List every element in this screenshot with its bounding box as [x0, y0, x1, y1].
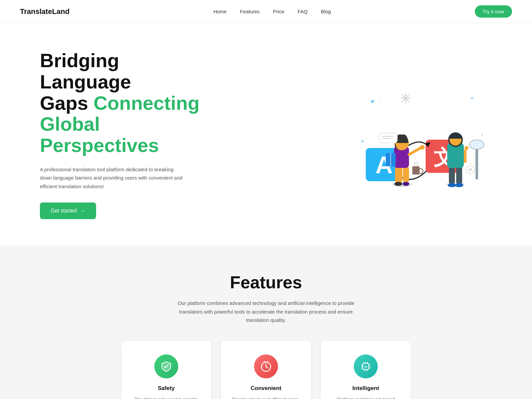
convenient-icon-wrap	[254, 354, 278, 378]
svg-point-9	[404, 97, 407, 99]
svg-point-19	[469, 168, 472, 171]
nav-link-price[interactable]: Price	[273, 9, 284, 14]
feature-card-safety: Safety The data is only used to provide …	[121, 341, 211, 399]
safety-icon-wrap	[154, 354, 178, 378]
nav-item-blog[interactable]: Blog	[321, 9, 331, 15]
intelligent-card-desc: Platform combines advanced technology an…	[330, 396, 401, 399]
svg-rect-32	[403, 166, 409, 183]
nav-item-faq[interactable]: FAQ	[298, 9, 308, 15]
features-section: Features Our platform combines advanced …	[0, 246, 532, 399]
nav-link-blog[interactable]: Blog	[321, 9, 331, 14]
features-title: Features	[20, 272, 512, 292]
try-it-now-button[interactable]: Try it now	[475, 5, 512, 18]
svg-point-33	[394, 182, 402, 186]
features-cards: Safety The data is only used to provide …	[20, 341, 512, 399]
svg-text:...: ...	[379, 97, 382, 100]
logo-text: TranslateLand	[20, 7, 69, 16]
hero-illustration: ... ... ... ...	[346, 81, 492, 188]
nav-item-price[interactable]: Price	[273, 9, 284, 15]
svg-rect-45	[412, 166, 420, 175]
nav-links: Home Features Price FAQ Blog	[213, 9, 331, 15]
svg-text:...: ...	[359, 145, 362, 149]
intelligent-icon-wrap: AI	[354, 354, 378, 378]
intelligent-card-title: Intelligent	[330, 385, 401, 392]
svg-point-2	[361, 140, 364, 143]
svg-line-60	[266, 367, 268, 368]
get-started-label: Get started	[51, 208, 77, 214]
svg-point-50	[455, 183, 463, 187]
hero-illustration-svg: ... ... ... ...	[346, 81, 492, 188]
nav-item-home[interactable]: Home	[213, 9, 227, 15]
get-started-arrow: →	[80, 208, 85, 214]
ai-icon: AI	[359, 360, 372, 373]
hero-title-gaps: Gaps	[40, 92, 93, 114]
svg-point-49	[448, 183, 456, 187]
hero-title: Bridging Language Gaps Connecting Global…	[40, 50, 213, 156]
svg-line-64	[261, 367, 262, 367]
nav-link-faq[interactable]: FAQ	[298, 9, 308, 14]
get-started-button[interactable]: Get started →	[40, 202, 96, 219]
svg-line-15	[409, 101, 410, 102]
hero-text: Bridging Language Gaps Connecting Global…	[40, 50, 213, 219]
features-description: Our platform combines advanced technolog…	[176, 299, 356, 325]
convenient-card-desc: Provide simple and efficient cross-langu…	[230, 396, 302, 399]
feature-card-intelligent: AI Intelligent Platform combines advance	[321, 341, 411, 399]
hero-description: A professional translation tool platform…	[40, 165, 186, 191]
svg-point-53	[465, 146, 468, 150]
shield-check-icon	[160, 360, 173, 373]
svg-point-3	[481, 134, 483, 136]
svg-rect-52	[464, 150, 466, 163]
hero-section: Bridging Language Gaps Connecting Global…	[0, 23, 532, 246]
svg-point-1	[471, 97, 473, 99]
hero-title-connecting: Connecting	[93, 92, 200, 114]
nav-link-features[interactable]: Features	[240, 9, 260, 14]
svg-point-34	[403, 182, 409, 186]
nav-item-features[interactable]: Features	[240, 9, 260, 15]
convenient-card-title: Convenient	[230, 385, 302, 392]
svg-line-17	[402, 101, 403, 102]
svg-rect-31	[395, 166, 402, 183]
svg-line-16	[409, 94, 410, 95]
safety-card-desc: The data is only used to provide transla…	[131, 396, 202, 399]
svg-line-14	[402, 94, 403, 95]
hero-title-line1: Bridging Language	[40, 50, 131, 92]
svg-rect-41	[379, 133, 397, 143]
svg-point-0	[371, 100, 374, 103]
feature-card-convenient: Convenient Provide simple and efficient …	[221, 341, 311, 399]
svg-rect-56	[475, 146, 478, 180]
navbar: TranslateLand Home Features Price FAQ Bl…	[0, 0, 532, 23]
svg-rect-47	[449, 166, 455, 185]
svg-text:AI: AI	[364, 365, 367, 368]
svg-point-57	[469, 140, 484, 149]
svg-line-39	[409, 148, 421, 155]
svg-text:...: ...	[456, 93, 458, 97]
svg-rect-48	[456, 166, 462, 185]
svg-point-40	[420, 145, 425, 150]
safety-card-title: Safety	[131, 385, 202, 392]
clock-icon	[260, 360, 272, 373]
svg-marker-42	[389, 143, 395, 146]
hero-title-line3: Global Perspectives	[40, 113, 159, 156]
nav-link-home[interactable]: Home	[213, 9, 227, 14]
nav-logo: TranslateLand	[20, 7, 69, 16]
